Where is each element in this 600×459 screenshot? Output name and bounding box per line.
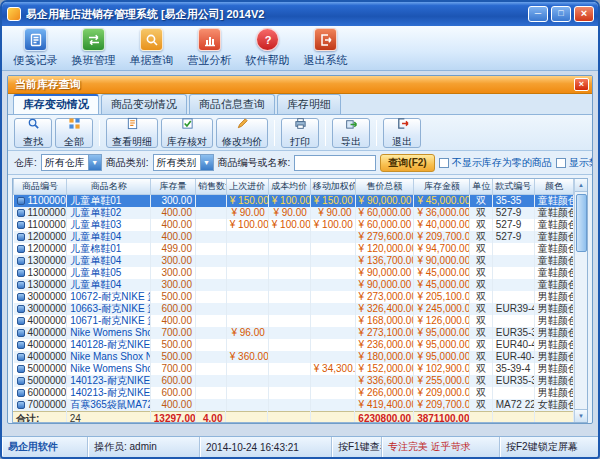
bar-chart-icon [198, 28, 221, 51]
toolbar-label: 软件帮助 [246, 53, 290, 68]
modify-price-button[interactable]: 修改均价 [216, 118, 268, 148]
table-row[interactable]: 70000001百寒365袋鼠MA72(225/245)400.00¥ 419,… [14, 399, 574, 411]
col-header[interactable]: 单位 [470, 179, 492, 194]
toolbar-label: 单据查询 [130, 53, 174, 68]
export-button[interactable]: 导出 [332, 118, 370, 148]
table-row[interactable]: 11000002儿童单鞋02400.00¥ 90.00¥ 90.00¥ 90.0… [14, 207, 574, 219]
table-row[interactable]: 50000001Nike Womens Shox R4针织700.00¥ 34,… [14, 363, 574, 375]
panel-close-icon[interactable] [574, 78, 589, 91]
table-row[interactable]: 12000002儿童棉鞋01499.00¥ 120,000.00¥ 94,700… [14, 243, 574, 255]
search-icon [27, 116, 40, 134]
checkbox-icon [439, 158, 449, 168]
view-detail-button[interactable]: 查看明细 [106, 118, 158, 148]
item-icon [17, 269, 25, 277]
toolbar-button-notes[interactable]: 便笺记录 [8, 28, 63, 69]
slogan-label: 专注完美 近乎苛求 [382, 437, 500, 457]
col-header[interactable]: 商品名称 [67, 179, 151, 194]
toolbar-button-help[interactable]: ? 软件帮助 [240, 28, 295, 69]
show-all-button[interactable]: 全部 [55, 118, 93, 148]
checklist-icon [181, 116, 194, 134]
brand-label: 易企用软件 [2, 437, 88, 457]
toolbar-button-analysis[interactable]: 营业分析 [182, 28, 237, 69]
col-header[interactable]: 上次进价 [226, 179, 268, 194]
operator-label: 操作员: admin [88, 437, 200, 457]
table-row[interactable]: 40000004Nike Mans Shox NZ-140:耐克500.00¥ … [14, 351, 574, 363]
datetime-label: 2014-10-24 16:43:21 [200, 437, 332, 457]
table-row[interactable]: 11000003儿童单鞋03400.00¥ 100.00¥ 100.00¥ 10… [14, 219, 574, 231]
main-toolbar: 便笺记录 换班管理 单据查询 营业分析 ? 软件帮助 [2, 26, 598, 71]
col-header[interactable]: 移动加权价 [310, 179, 355, 194]
minimize-button[interactable] [528, 6, 548, 22]
toolbar-button-shift[interactable]: 换班管理 [66, 28, 121, 69]
quit-button[interactable]: 退出 [383, 118, 421, 148]
shift-swap-icon [82, 28, 105, 51]
toolbar-divider [325, 120, 326, 146]
scroll-up-icon[interactable]: ▲ [575, 179, 587, 192]
table-row[interactable]: 11000001儿童单鞋01300.00¥ 150.00¥ 100.00¥ 15… [14, 194, 574, 207]
maximize-button[interactable] [551, 6, 571, 22]
table-row[interactable]: 3000000110672-耐克NIKE 篮球鞋500.00¥ 273,000.… [14, 291, 574, 303]
toolbar-button-docs[interactable]: 单据查询 [124, 28, 179, 69]
tab-stock-detail[interactable]: 库存明细 [277, 94, 341, 114]
chevron-down-icon [200, 155, 213, 170]
toolbar-divider [376, 120, 377, 146]
close-button[interactable] [574, 6, 594, 22]
app-logo-icon [7, 7, 21, 21]
chevron-down-icon [88, 155, 101, 170]
table-row[interactable]: 60000001140213-耐克NIKE MENS鞋600.00¥ 266,0… [14, 387, 574, 399]
col-header[interactable]: 库存金额 [414, 179, 470, 194]
item-icon [17, 245, 25, 253]
show-disabled-checkbox[interactable]: 显示禁用商品 [556, 156, 593, 170]
note-icon [24, 28, 47, 51]
warehouse-select[interactable]: 所有仓库 [41, 154, 102, 171]
category-select[interactable]: 所有类别 [153, 154, 214, 171]
table-row[interactable]: 3000000210663-耐克NIKE 篮球鞋600.00¥ 326,400.… [14, 303, 574, 315]
keyword-input[interactable] [294, 155, 376, 171]
col-header[interactable]: 款式编号 [492, 179, 534, 194]
tab-goods-change[interactable]: 商品变动情况 [101, 94, 187, 114]
checkbox-icon [556, 158, 566, 168]
table-row[interactable]: 40000003140128-耐克NIKE Shox NZ-14500.00¥ … [14, 339, 574, 351]
find-button[interactable]: 查找 [14, 118, 52, 148]
pencil-icon [236, 116, 249, 134]
hide-zero-checkbox[interactable]: 不显示库存为零的商品 [439, 156, 552, 170]
toolbar-label: 便笺记录 [14, 53, 58, 68]
item-icon [17, 317, 25, 325]
table-row[interactable]: 13000003儿童单鞋04300.00¥ 90,000.00¥ 45,000.… [14, 279, 574, 291]
item-icon [17, 401, 25, 409]
keyword-label: 商品编号或名称: [218, 156, 291, 170]
table-row[interactable]: 13000001儿童单鞋04300.00¥ 136,700.00¥ 90,000… [14, 255, 574, 267]
query-button[interactable]: 查询(F2) [380, 154, 434, 172]
scroll-down-icon[interactable]: ▼ [575, 409, 587, 422]
col-header[interactable]: 颜色 [534, 179, 573, 194]
table-row[interactable]: 4000000110671-耐克NIKE 篮球鞋400.00¥ 168,000.… [14, 315, 574, 327]
svg-text:?: ? [264, 34, 271, 46]
col-header[interactable]: 售价总额 [355, 179, 414, 194]
toolbar-button-exit[interactable]: 退出系统 [298, 28, 353, 69]
toolbar-divider [274, 120, 275, 146]
scrollbar-thumb[interactable] [576, 194, 587, 252]
table-row[interactable]: 13000002儿童单鞋05300.00¥ 90,000.00¥ 45,000.… [14, 267, 574, 279]
print-button[interactable]: 打印 [281, 118, 319, 148]
col-header[interactable]: 销售数量 [195, 179, 226, 194]
action-toolbar: 查找 全部 查看明细 库存核对 修改均价 [8, 115, 592, 151]
filter-bar: 仓库: 所有仓库 商品类别: 所有类别 商品编号或名称: 查询(F2) 不显示库… [8, 151, 592, 175]
table-row[interactable]: 12000001儿童单鞋04400.00¥ 279,600.00¥ 209,70… [14, 231, 574, 243]
help-icon: ? [256, 28, 279, 51]
col-header[interactable]: 成本均价 [268, 179, 310, 194]
document-icon [126, 116, 139, 134]
tab-goods-info[interactable]: 商品信息查询 [189, 94, 275, 114]
lock-hint: 按F2键锁定屏幕 [500, 437, 598, 457]
vertical-scrollbar[interactable]: ▲ ▼ [574, 179, 587, 422]
table-row[interactable]: 50000002140123-耐克NIKE SHOX鞋600.00¥ 336,6… [14, 375, 574, 387]
app-window: 易企用鞋店进销存管理系统 [易企用公司] 2014V2 便笺记录 换班管理 单据… [0, 0, 600, 459]
table-row[interactable]: 40000002Nike Womens Shox R4-跑鞋700.00¥ 96… [14, 327, 574, 339]
tab-stock-change[interactable]: 库存变动情况 [13, 94, 99, 114]
inventory-table: 商品编号 商品名称 库存量 销售数量 上次进价 成本均价 移动加权价 售价总额 … [12, 178, 588, 423]
col-header[interactable]: 商品编号 [14, 179, 67, 194]
stock-check-button[interactable]: 库存核对 [161, 118, 213, 148]
item-icon [17, 329, 25, 337]
header-row: 商品编号 商品名称 库存量 销售数量 上次进价 成本均价 移动加权价 售价总额 … [14, 179, 574, 194]
col-header[interactable]: 库存量 [151, 179, 196, 194]
item-icon [17, 341, 25, 349]
